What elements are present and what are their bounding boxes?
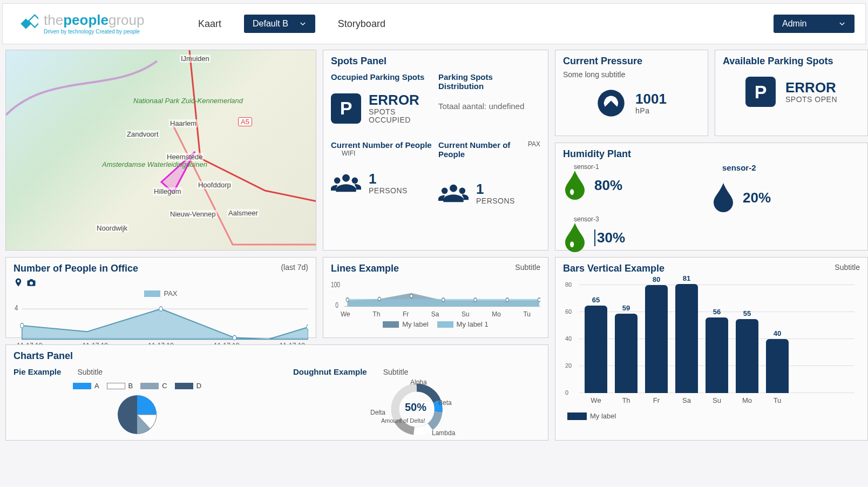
parking-icon: P (745, 77, 776, 107)
bar: 40 (766, 339, 789, 393)
svg-point-23 (474, 298, 477, 302)
pie-block: Pie Example Subtitle A B C D (13, 367, 261, 442)
drop-icon (711, 183, 735, 212)
legend-1: My label (402, 320, 428, 328)
donut-center: 50% (405, 401, 426, 414)
drop-icon (563, 171, 587, 200)
humidity-title: Humidity Plant (563, 148, 860, 160)
people2-title: Current Number of People (438, 140, 528, 159)
svg-point-6 (604, 102, 607, 105)
sensor-value: 80% (594, 177, 622, 194)
dashboard-grid: IJmuiden Haarlem Zandvoort Heemstede Hil… (0, 46, 868, 444)
map-city: Heemstede (166, 153, 204, 161)
sensor-value: 30% (594, 229, 625, 246)
sensor-value: 20% (743, 190, 771, 206)
occupied-value: ERROR (369, 92, 419, 108)
lines-panel: Lines Example Subtitle 100 0 We Th Fr Sa… (323, 257, 548, 338)
people-wifi-block: Current Number of People WIFI 1 PERSONS (331, 140, 433, 208)
lines-chart: 100 0 (331, 280, 540, 309)
xlabel: We (341, 310, 350, 318)
bar: 81 (675, 284, 698, 394)
lines-sub: Subtitle (515, 263, 540, 272)
pin-icon[interactable] (13, 278, 23, 287)
dist-text: Totaal aantal: undefined (438, 102, 540, 111)
logo-tagline: Driven by technology Created by people (44, 29, 144, 35)
pressure-value: 1001 (635, 91, 667, 107)
people-pax-block: Current Number of People PAX 1 PERSONS (438, 140, 540, 208)
pressure-panel: Current Pressure Some long subtitle 1001… (555, 50, 708, 136)
logo-text-the: the (44, 12, 63, 28)
bar: 80 (645, 285, 668, 393)
pie-sub: Subtitle (77, 368, 103, 376)
legend-2: My label 1 (457, 320, 489, 328)
map-panel[interactable]: IJmuiden Haarlem Zandvoort Heemstede Hil… (5, 50, 316, 251)
pressure-sub: Some long subtitle (563, 70, 700, 79)
xlabel: Fr (403, 310, 409, 318)
nav-default-dropdown[interactable]: Default B (244, 15, 315, 33)
nav-default-label: Default B (253, 19, 288, 29)
lines-title: Lines Example (331, 263, 540, 274)
avail-unit: SPOTS OPEN (785, 96, 837, 104)
people1-title: Current Number of People (331, 140, 433, 150)
people2-sub: PAX (528, 140, 540, 159)
pressure-unit: hPa (635, 107, 667, 115)
distribution-block: Parking Spots Distribution Totaal aantal… (438, 72, 540, 124)
people-chart: 4 (13, 303, 308, 341)
sensor-label: sensor-2 (722, 163, 860, 172)
camera-icon[interactable] (26, 278, 36, 287)
bars-area: 0 20 40 60 80 65598081565540 (585, 285, 855, 393)
svg-point-8 (570, 241, 574, 247)
svg-point-22 (442, 298, 445, 302)
xlabel: Su (462, 310, 470, 318)
map-city: Zandvoort (126, 130, 160, 138)
occupied-block: Occupied Parking Spots P ERROR SPOTS OCC… (331, 72, 433, 124)
sensor-label: sensor-1 (574, 163, 711, 171)
dist-title: Parking Spots Distribution (438, 72, 540, 91)
pressure-title: Current Pressure (563, 56, 700, 67)
gauge-icon (596, 89, 626, 118)
svg-point-14 (233, 335, 236, 340)
bars-panel: Bars Vertical Example Subtitle 0 20 40 6… (555, 257, 868, 441)
people1-unit: PERSONS (369, 187, 408, 195)
logo[interactable]: thepeoplegroup Driven by technology Crea… (13, 11, 175, 36)
map-overlay (6, 50, 316, 250)
svg-point-4 (606, 97, 609, 100)
nav-storyboard[interactable]: Storyboard (331, 14, 392, 34)
sensor-3: sensor-3 30% (563, 215, 711, 252)
admin-label: Admin (782, 19, 806, 29)
bar-x-labels: WeThFrSaSuMoTu (585, 396, 855, 404)
donut-title: Doughnut Example (293, 367, 367, 376)
pax-legend: PAX (164, 289, 177, 297)
svg-point-12 (21, 323, 24, 328)
pie-title: Pie Example (13, 367, 61, 376)
humidity-panel: Humidity Plant sensor-1 80% sensor-2 20% (555, 143, 868, 251)
map-city: Noordwijk (96, 224, 128, 232)
bar: 65 (585, 306, 607, 394)
top-bar: thepeoplegroup Driven by technology Crea… (2, 3, 866, 44)
admin-dropdown[interactable]: Admin (774, 15, 855, 33)
svg-text:100: 100 (331, 280, 340, 289)
svg-rect-0 (29, 15, 38, 28)
nav-kaart[interactable]: Kaart (192, 14, 228, 34)
logo-text-people: people (63, 12, 109, 28)
xlabel: Tu (523, 310, 531, 318)
right-column: Current Pressure Some long subtitle 1001… (555, 50, 868, 251)
occupied-unit2: OCCUPIED (369, 116, 419, 124)
spots-title: Spots Panel (331, 56, 540, 67)
people-office-title: Number of People in Office (13, 263, 308, 274)
drop-icon (563, 223, 587, 252)
spots-panel: Spots Panel Occupied Parking Spots P ERR… (323, 50, 548, 251)
map-city: Nationaal Park Zuid-Kennemerland (132, 97, 244, 105)
svg-point-13 (159, 307, 162, 311)
parking-icon: P (331, 93, 361, 124)
available-parking-panel: Available Parking Spots P ERROR SPOTS OP… (715, 50, 868, 136)
svg-text:4: 4 (15, 303, 18, 312)
xlabel: Sa (431, 310, 439, 318)
people2-unit: PERSONS (476, 197, 515, 205)
bars-sub: Subtitle (835, 263, 860, 272)
svg-point-15 (307, 325, 308, 329)
chevron-down-icon (299, 20, 307, 28)
chevron-down-icon (838, 20, 846, 28)
bar: 59 (615, 314, 638, 394)
sensor-2: sensor-2 20% (711, 163, 860, 212)
